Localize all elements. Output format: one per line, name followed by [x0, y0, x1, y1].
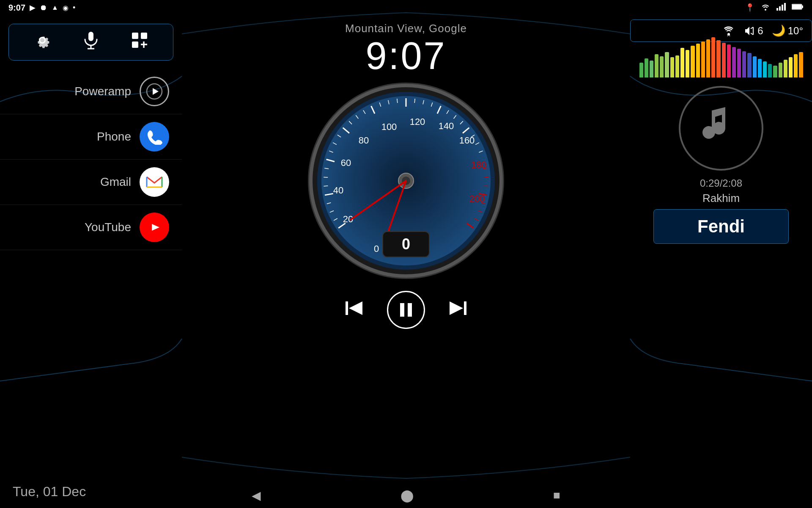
artist-name: Rakhim — [702, 192, 740, 205]
svg-text:200: 200 — [469, 193, 485, 204]
app-list: Poweramp Phone Gmail — [0, 69, 182, 475]
svg-rect-80 — [408, 303, 412, 317]
location-icon: 📍 — [745, 3, 754, 12]
app-item-youtube[interactable]: YouTube — [0, 205, 182, 250]
eq-bar — [665, 52, 669, 77]
eq-bar — [753, 56, 757, 77]
app-label-poweramp: Poweramp — [74, 85, 131, 98]
eq-bar — [773, 66, 777, 77]
toolbar — [8, 24, 173, 61]
eq-bar — [779, 63, 782, 77]
time-display: 9:07 — [365, 37, 446, 75]
svg-text:40: 40 — [333, 185, 343, 196]
status-time: 9:07 — [8, 3, 25, 13]
signal-icon — [776, 3, 786, 13]
eq-bar — [799, 52, 803, 77]
eq-bar — [660, 56, 664, 77]
speaker-number: 6 — [757, 25, 763, 37]
svg-rect-81 — [464, 301, 466, 315]
svg-rect-5 — [802, 6, 803, 8]
eq-bar — [784, 60, 787, 77]
app-item-phone[interactable]: Phone — [0, 114, 182, 160]
app-icon-gmail — [140, 167, 169, 197]
location-display: Mountain View, Google — [345, 22, 467, 35]
top-right-widgets: ↓↓ 6 🌙 10° — [630, 19, 812, 42]
eq-bar — [670, 57, 674, 77]
svg-rect-79 — [400, 303, 404, 317]
nav-bar: ◀ ⬤ ■ — [182, 483, 630, 508]
eq-bar — [747, 53, 751, 77]
svg-text:120: 120 — [410, 116, 425, 127]
svg-marker-78 — [349, 301, 362, 315]
svg-text:↓↓: ↓↓ — [727, 33, 731, 36]
svg-rect-1 — [779, 6, 781, 11]
play-icon: ▶ — [30, 3, 36, 12]
app-icon-1: ▲ — [52, 4, 58, 11]
weather-widget: 🌙 10° — [772, 24, 803, 37]
center-panel: Mountain View, Google 9:07 20 — [182, 15, 630, 508]
svg-text:80: 80 — [359, 135, 369, 146]
svg-text:140: 140 — [439, 121, 454, 131]
app-label-youtube: YouTube — [85, 221, 131, 234]
prev-button[interactable] — [345, 300, 366, 320]
svg-line-65 — [484, 186, 488, 186]
eq-bar — [696, 44, 700, 77]
app-label-gmail: Gmail — [100, 175, 131, 189]
moon-icon: 🌙 — [772, 24, 785, 37]
eq-bar — [789, 57, 793, 77]
left-panel: Poweramp Phone Gmail — [0, 15, 182, 508]
app-icon-phone — [140, 122, 169, 152]
eq-bar — [655, 54, 658, 77]
eq-bar — [639, 63, 643, 77]
eq-bar — [763, 61, 767, 77]
back-button[interactable]: ◀ — [252, 489, 261, 502]
eq-bar — [686, 50, 689, 77]
dot-icon: • — [73, 3, 75, 12]
app-item-poweramp[interactable]: Poweramp — [0, 69, 182, 114]
music-icon-circle — [679, 86, 763, 171]
eq-bar — [727, 44, 731, 77]
svg-rect-2 — [782, 5, 783, 11]
record-icon: ⏺ — [40, 3, 47, 12]
eq-bar — [691, 46, 694, 77]
right-panel: ↓↓ 6 🌙 10° 0:29/2:08 Rakhim — [630, 15, 812, 508]
eq-bar — [732, 47, 736, 77]
temperature: 10° — [788, 25, 803, 37]
app-icon-youtube — [140, 213, 169, 242]
eq-bar — [768, 64, 772, 77]
home-button[interactable]: ⬤ — [401, 489, 414, 502]
song-name-box: Fendi — [653, 209, 789, 244]
svg-rect-7 — [88, 32, 93, 41]
eq-bar — [711, 37, 715, 77]
svg-text:60: 60 — [341, 157, 351, 168]
svg-text:0: 0 — [402, 235, 410, 253]
svg-rect-12 — [132, 41, 138, 48]
app-icon-poweramp — [140, 77, 169, 106]
app-label-phone: Phone — [97, 130, 131, 144]
progress-text: 0:29/2:08 — [700, 177, 742, 189]
app-item-gmail[interactable]: Gmail — [0, 160, 182, 205]
svg-rect-6 — [792, 5, 801, 9]
svg-line-36 — [324, 186, 328, 186]
equalizer — [639, 52, 803, 77]
svg-rect-10 — [132, 33, 138, 39]
wifi-icon-status — [760, 3, 771, 13]
app-icon-2: ◉ — [63, 4, 69, 12]
eq-bar — [716, 40, 720, 77]
speaker-widget: 6 — [744, 25, 763, 37]
eq-bar — [650, 61, 653, 77]
grid-icon[interactable] — [130, 31, 149, 53]
microphone-icon[interactable] — [83, 31, 99, 53]
pause-button[interactable] — [387, 291, 425, 329]
recent-button[interactable]: ■ — [553, 489, 560, 502]
next-button[interactable] — [446, 300, 467, 320]
svg-rect-77 — [346, 301, 348, 315]
speedometer: 20 40 60 80 100 120 140 160 180 200 0 0 — [304, 79, 508, 282]
eq-bar — [737, 49, 741, 77]
eq-bar — [680, 48, 684, 77]
status-bar: 9:07 ▶ ⏺ ▲ ◉ • 📍 — [0, 0, 812, 15]
eq-bar — [758, 59, 762, 77]
music-controls — [345, 291, 467, 329]
settings-icon[interactable] — [33, 31, 52, 53]
eq-bar — [701, 41, 705, 77]
